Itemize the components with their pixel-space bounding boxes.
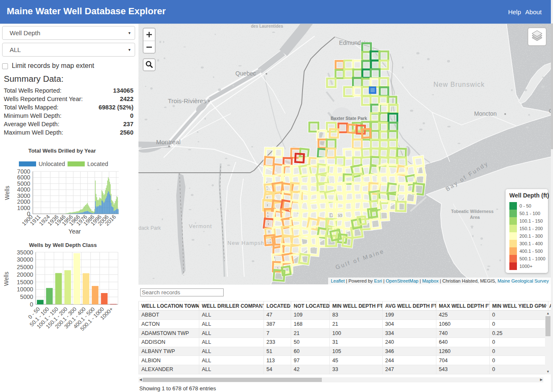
svg-text:Total Wells Drilled by Year: Total Wells Drilled by Year <box>28 148 96 154</box>
svg-text:Area: Area <box>470 215 480 220</box>
svg-text:Vermont: Vermont <box>189 223 212 229</box>
svg-text:0: 0 <box>30 301 33 308</box>
svg-text:Wells: Wells <box>3 272 10 286</box>
svg-text:Tobeatic Wilderness: Tobeatic Wilderness <box>451 209 493 214</box>
svg-text:10000: 10000 <box>17 286 33 293</box>
svg-text:Located: Located <box>87 161 108 167</box>
svg-text:des Laurentides: des Laurentides <box>251 24 283 29</box>
svg-text:Wells by Well Depth Class: Wells by Well Depth Class <box>29 242 97 248</box>
svg-text:Montreal: Montreal <box>156 138 180 145</box>
svg-text:30000: 30000 <box>17 256 33 263</box>
svg-text:Trois-Rivières: Trois-Rivières <box>168 97 206 104</box>
svg-text:15000: 15000 <box>17 279 33 286</box>
svg-text:Quebec: Quebec <box>235 70 256 77</box>
svg-text:Year: Year <box>68 228 81 235</box>
svg-text:2000: 2000 <box>17 198 30 205</box>
svg-text:6000: 6000 <box>17 174 30 181</box>
svg-text:Moncton: Moncton <box>474 110 497 117</box>
svg-text:20000: 20000 <box>17 271 33 278</box>
svg-text:1000: 1000 <box>17 205 30 211</box>
svg-text:5000: 5000 <box>17 180 30 187</box>
svg-text:Unlocated: Unlocated <box>39 161 65 167</box>
svg-text:3000: 3000 <box>17 192 30 199</box>
svg-text:35000: 35000 <box>17 249 33 256</box>
svg-text:Wells: Wells <box>4 186 10 200</box>
svg-text:5000: 5000 <box>20 293 33 300</box>
svg-text:Baxter State Park: Baxter State Park <box>331 116 367 121</box>
svg-text:New Brunswick: New Brunswick <box>433 81 485 88</box>
svg-text:25000: 25000 <box>17 264 33 270</box>
svg-text:4000: 4000 <box>17 186 30 193</box>
svg-text:7000: 7000 <box>17 168 30 175</box>
svg-text:dack Park: dack Park <box>138 225 161 231</box>
